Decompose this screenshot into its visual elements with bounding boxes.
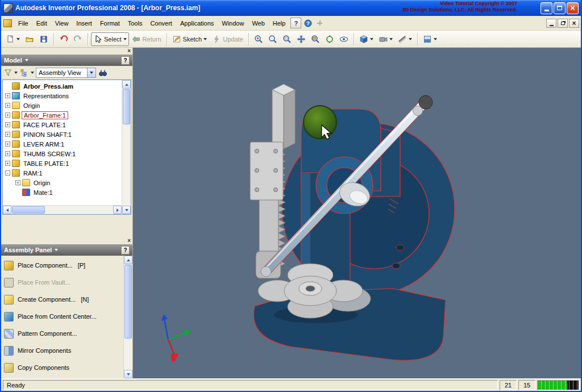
- panel-close-icon[interactable]: ×: [127, 48, 131, 54]
- rotate-orbit-button[interactable]: [323, 32, 336, 46]
- scroll-thumb[interactable]: [123, 89, 130, 124]
- scroll-track[interactable]: [122, 89, 131, 206]
- scroll-right-button[interactable]: [113, 206, 122, 214]
- open-button[interactable]: [23, 32, 36, 46]
- browser-view-combo[interactable]: Assembly View: [36, 68, 96, 78]
- panel-close-icon[interactable]: ×: [127, 238, 131, 244]
- dropdown-arrow-icon[interactable]: [434, 38, 437, 40]
- tree-expander-icon[interactable]: +: [5, 161, 10, 166]
- assembly-panel-help-button[interactable]: ?: [121, 246, 130, 255]
- look-at-button[interactable]: [337, 32, 351, 46]
- menu-web[interactable]: Web: [248, 17, 268, 30]
- tree-expander-icon[interactable]: +: [5, 132, 10, 137]
- tree-item-table-plate[interactable]: + TABLE PLATE:1: [3, 159, 122, 168]
- edge-display-button[interactable]: [396, 32, 414, 46]
- save-button[interactable]: [37, 32, 51, 46]
- titlebar[interactable]: Autodesk Inventor Professional 2008 - [A…: [1, 0, 581, 16]
- maximize-button[interactable]: [554, 2, 566, 14]
- tree-vertical-scrollbar[interactable]: [122, 80, 131, 214]
- tree-item-arbor-frame[interactable]: + Arbor_Frame:1: [3, 110, 122, 120]
- place-from-content-center-item[interactable]: Place from Content Center...: [1, 308, 123, 325]
- tree-item-face-plate[interactable]: + FACE PLATE:1: [3, 120, 122, 130]
- mirror-components-item[interactable]: Mirror Components: [1, 342, 123, 359]
- sketch-button[interactable]: Sketch: [170, 32, 210, 46]
- tree-item-lever-arm[interactable]: + LEVER ARM:1: [3, 139, 122, 149]
- scroll-thumb[interactable]: [12, 206, 45, 214]
- analysis-button[interactable]: [421, 32, 439, 46]
- zoom-selected-button[interactable]: [309, 32, 322, 46]
- tree-expander-icon[interactable]: +: [5, 112, 10, 118]
- scroll-left-button[interactable]: [3, 206, 11, 214]
- tree-expander-icon[interactable]: [5, 84, 10, 89]
- tree-item-representations[interactable]: + Representations: [3, 91, 122, 101]
- menu-window[interactable]: Window: [218, 17, 248, 30]
- tree-expander-icon[interactable]: [15, 190, 20, 195]
- assembly-panel-header[interactable]: Assembly Panel ?: [1, 244, 132, 256]
- tree-expander-icon[interactable]: +: [5, 151, 10, 156]
- close-button[interactable]: ×: [567, 2, 579, 14]
- menu-file[interactable]: File: [14, 17, 32, 30]
- tree-expander-icon[interactable]: +: [15, 180, 20, 185]
- pattern-component-item[interactable]: Pattern Component...: [1, 325, 123, 342]
- minimize-button[interactable]: [541, 2, 552, 14]
- menu-format[interactable]: Format: [96, 17, 124, 30]
- how-to-button[interactable]: ?: [302, 18, 313, 28]
- model-panel-dockbar[interactable]: ×: [1, 48, 132, 55]
- tree-item-origin[interactable]: + Origin: [3, 101, 122, 110]
- scroll-up-button[interactable]: [122, 80, 131, 89]
- menu-tools[interactable]: Tools: [124, 17, 147, 30]
- dropdown-arrow-icon[interactable]: [370, 38, 373, 40]
- scroll-down-button[interactable]: [122, 206, 131, 214]
- menu-insert[interactable]: Insert: [72, 17, 96, 30]
- scroll-thumb[interactable]: [124, 265, 132, 339]
- tree-expander-icon[interactable]: -: [5, 170, 10, 176]
- dropdown-arrow-icon[interactable]: [16, 38, 20, 40]
- assembly-panel-scrollbar[interactable]: [123, 256, 132, 378]
- scroll-track[interactable]: [124, 264, 132, 370]
- dropdown-arrow-icon[interactable]: [31, 72, 34, 74]
- menu-applications[interactable]: Applications: [176, 17, 218, 30]
- tree-expander-icon[interactable]: +: [5, 141, 10, 147]
- undo-button[interactable]: [57, 32, 70, 46]
- zoom-window-button[interactable]: [280, 32, 294, 46]
- pan-button[interactable]: [294, 32, 308, 46]
- filter-button[interactable]: [3, 68, 13, 77]
- scroll-up-button[interactable]: [124, 256, 132, 264]
- place-component-item[interactable]: Place Component... [P]: [1, 257, 123, 274]
- select-button[interactable]: Select: [91, 32, 129, 46]
- mdi-close-button[interactable]: ×: [569, 19, 579, 28]
- camera-view-button[interactable]: [376, 32, 395, 46]
- menu-help[interactable]: Help: [269, 17, 290, 30]
- tree-item-mate[interactable]: Mate:1: [3, 187, 122, 197]
- tree-item-pinion-shaft[interactable]: + PINION SHAFT:1: [3, 130, 122, 139]
- scroll-down-button[interactable]: [124, 370, 132, 378]
- dropdown-arrow-icon[interactable]: [409, 38, 412, 40]
- panel-menu-arrow-icon[interactable]: [25, 59, 28, 61]
- tree-expander-icon[interactable]: +: [5, 103, 10, 108]
- dropdown-arrow-icon[interactable]: [389, 38, 393, 40]
- tree-item-thumb-screw[interactable]: + THUMB SCREW:1: [3, 149, 122, 159]
- viewport-3d-scene[interactable]: [133, 48, 581, 378]
- assembly-panel-dockbar[interactable]: ×: [1, 237, 132, 244]
- browser-options-button[interactable]: [19, 68, 29, 77]
- tree-item-root[interactable]: Arbor_Press.iam: [3, 81, 122, 91]
- zoom-all-button[interactable]: [252, 32, 265, 46]
- model-panel-help-button[interactable]: ?: [121, 56, 130, 65]
- graphics-viewport[interactable]: [133, 48, 581, 378]
- dropdown-arrow-icon[interactable]: [203, 38, 207, 40]
- find-button[interactable]: [98, 68, 107, 77]
- face-plate-part[interactable]: [250, 142, 283, 200]
- menu-view[interactable]: View: [51, 17, 73, 30]
- new-button[interactable]: [3, 32, 22, 46]
- model-panel-header[interactable]: Model ?: [1, 55, 132, 66]
- create-component-item[interactable]: Create Component... [N]: [1, 291, 123, 308]
- help-topics-button[interactable]: ?: [290, 18, 301, 28]
- menu-convert[interactable]: Convert: [146, 17, 176, 30]
- mdi-minimize-button[interactable]: [546, 19, 556, 28]
- tree-horizontal-scrollbar[interactable]: [3, 205, 122, 214]
- dropdown-arrow-icon[interactable]: [123, 38, 127, 40]
- update-button[interactable]: Update: [210, 32, 245, 46]
- return-button[interactable]: Return: [130, 32, 164, 46]
- shaded-display-button[interactable]: [357, 32, 376, 46]
- tree-item-ram-origin[interactable]: + Origin: [3, 178, 122, 187]
